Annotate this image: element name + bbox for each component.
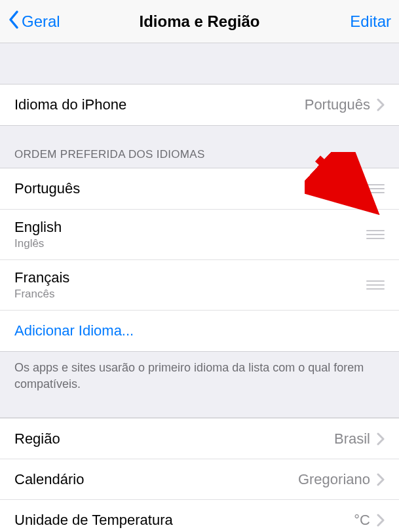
back-button[interactable]: Geral [8, 10, 60, 33]
iphone-language-row[interactable]: Idioma do iPhone Português [0, 85, 399, 125]
language-name: Português [14, 180, 80, 197]
row-label: Unidade de Temperatura [14, 512, 173, 529]
row-label: Idioma do iPhone [14, 96, 126, 113]
preferred-languages-header: ORDEM PREFERIDA DOS IDIOMAS [0, 126, 399, 168]
language-item[interactable]: English Inglês [0, 209, 399, 259]
row-value: Brasil [334, 430, 370, 447]
language-sub: Inglês [14, 237, 62, 250]
region-settings-list: Região Brasil Calendário Gregoriano Unid… [0, 417, 399, 532]
row-label: Calendário [14, 471, 84, 488]
preferred-languages-footer: Os apps e sites usarão o primeiro idioma… [0, 352, 399, 404]
calendar-row[interactable]: Calendário Gregoriano [0, 459, 399, 499]
nav-bar: Geral Idioma e Região Editar [0, 0, 399, 43]
row-label: Região [14, 430, 60, 447]
language-item[interactable]: Português [0, 168, 399, 209]
back-label: Geral [22, 12, 60, 31]
page-title: Idioma e Região [139, 12, 259, 31]
language-name: English [14, 219, 62, 236]
drag-handle-icon[interactable] [366, 280, 385, 290]
language-sub: Francês [14, 288, 69, 301]
chevron-right-icon [377, 98, 385, 111]
language-item[interactable]: Français Francês [0, 259, 399, 310]
preferred-languages-list: Português English Inglês Français Francê… [0, 168, 399, 352]
chevron-left-icon [8, 10, 22, 33]
chevron-right-icon [377, 432, 385, 446]
drag-handle-icon[interactable] [366, 230, 385, 239]
edit-button[interactable]: Editar [350, 12, 391, 31]
row-value: Gregoriano [298, 471, 370, 488]
add-language-button[interactable]: Adicionar Idioma... [0, 310, 399, 351]
chevron-right-icon [377, 514, 385, 527]
chevron-right-icon [377, 473, 385, 486]
language-name: Français [14, 269, 69, 286]
temperature-row[interactable]: Unidade de Temperatura °C [0, 499, 399, 532]
row-value: °C [354, 512, 370, 529]
drag-handle-icon[interactable] [366, 184, 385, 193]
row-value: Português [305, 96, 370, 113]
region-row[interactable]: Região Brasil [0, 418, 399, 459]
